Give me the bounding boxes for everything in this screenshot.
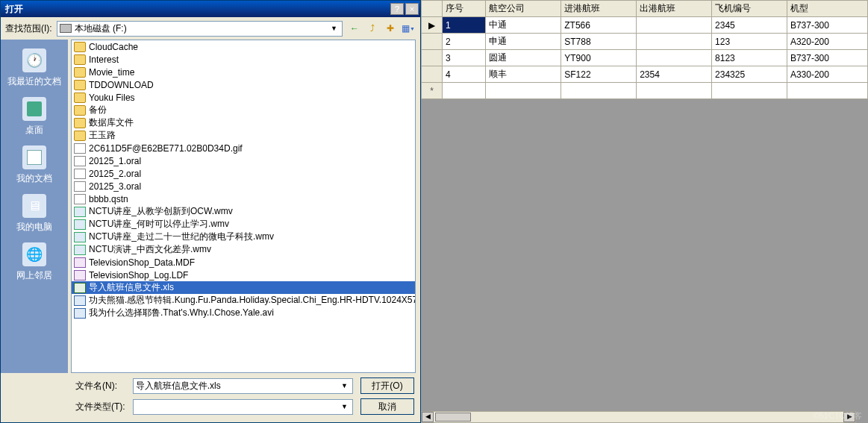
row-header[interactable]: *	[422, 83, 443, 99]
file-name: bbbb.qstn	[89, 194, 128, 204]
horizontal-scrollbar[interactable]: ◀ ▶	[421, 411, 856, 423]
file-item[interactable]: NCTU讲座_何时可以停止学习.wmv	[72, 218, 415, 231]
help-button[interactable]: ?	[390, 3, 404, 15]
cell[interactable]: 圆通	[486, 50, 561, 66]
chevron-down-icon[interactable]: ▼	[339, 403, 350, 410]
toolbar: 查找范围(I): 本地磁盘 (F:) ▼ ← ⤴ ✚ ▦▼	[1, 17, 420, 40]
corner-cell	[422, 1, 443, 17]
table-row[interactable]: 3圆通YT9008123B737-300	[422, 50, 868, 66]
file-item[interactable]: 2C611D5F@E62BE771.02B0D34D.gif	[72, 142, 415, 154]
file-item[interactable]: 20125_3.oral	[72, 180, 415, 192]
file-item[interactable]: TDDOWNLOAD	[72, 78, 415, 91]
cell[interactable]: A330-200	[787, 66, 867, 83]
scroll-thumb[interactable]	[435, 413, 471, 422]
cancel-button[interactable]: 取消	[360, 398, 414, 415]
file-name: 20125_1.oral	[89, 156, 141, 166]
scroll-left-icon[interactable]: ◀	[422, 412, 434, 422]
file-item[interactable]: TelevisionShop_Data.MDF	[72, 256, 415, 269]
cell[interactable]	[637, 17, 712, 34]
cell[interactable]: B737-300	[787, 17, 867, 34]
cell[interactable]: 4	[443, 66, 486, 83]
file-item[interactable]: 功夫熊猫.感恩节特辑.Kung.Fu.Panda.Holiday.Special…	[72, 294, 415, 307]
file-item[interactable]: bbbb.qstn	[72, 192, 415, 205]
cell[interactable]: 234325	[712, 66, 787, 83]
cell[interactable]: B737-300	[787, 50, 867, 66]
cell[interactable]: 中通	[486, 17, 561, 34]
close-button[interactable]: ×	[405, 3, 419, 15]
file-item[interactable]: 20125_1.oral	[72, 154, 415, 167]
grid-panel: 序号航空公司进港航班出港航班飞机编号机型▶1中通ZT5662345B737-30…	[421, 0, 868, 423]
folder-icon	[74, 80, 86, 90]
cell[interactable]: YT900	[561, 50, 637, 66]
cell[interactable]: ST788	[561, 34, 637, 50]
file-item[interactable]: NCTU演讲_中西文化差异.wmv	[72, 243, 415, 256]
places-item[interactable]: 我最近的文档	[4, 46, 64, 91]
open-dialog: 打开 ? × 查找范围(I): 本地磁盘 (F:) ▼ ← ⤴ ✚ ▦▼ 我最近…	[0, 0, 421, 423]
row-header[interactable]	[422, 50, 443, 66]
row-header[interactable]	[422, 34, 443, 50]
data-grid[interactable]: 序号航空公司进港航班出港航班飞机编号机型▶1中通ZT5662345B737-30…	[421, 0, 868, 99]
file-item[interactable]: 导入航班信息文件.xls	[72, 281, 415, 294]
file-list[interactable]: CloudCache Interest Movie_time TDDOWNLOA…	[71, 40, 416, 373]
row-header[interactable]: ▶	[422, 17, 443, 34]
open-button[interactable]: 打开(O)	[360, 377, 414, 394]
file-item[interactable]: Interest	[72, 53, 415, 66]
cell[interactable]: 申通	[486, 34, 561, 50]
places-item[interactable]: 我的文档	[4, 142, 64, 188]
cell[interactable]: A320-200	[787, 34, 867, 50]
cell[interactable]: 1	[443, 17, 486, 34]
table-row[interactable]: 4顺丰SF1222354234325A330-200	[422, 66, 868, 83]
cell[interactable]: 123	[712, 34, 787, 50]
file-item[interactable]: NCTU讲座_走过二十一世纪的微电子科技.wmv	[72, 231, 415, 243]
titlebar[interactable]: 打开 ? ×	[1, 1, 420, 17]
file-item[interactable]: 20125_2.oral	[72, 167, 415, 180]
file-name: Youku Files	[89, 93, 135, 103]
filetype-input[interactable]: ▼	[133, 399, 353, 415]
file-item[interactable]: 王玉路	[72, 129, 415, 142]
file-item[interactable]: 我为什么选择耶鲁.That's.Why.I.Chose.Yale.avi	[72, 307, 415, 319]
back-icon[interactable]: ←	[347, 21, 362, 36]
table-row[interactable]: 2申通ST788123A320-200	[422, 34, 868, 50]
file-item[interactable]: 备份	[72, 104, 415, 116]
cell[interactable]: 2	[443, 34, 486, 50]
cell[interactable]: 2354	[637, 66, 712, 83]
cell[interactable]	[637, 34, 712, 50]
file-item[interactable]: TelevisionShop_Log.LDF	[72, 269, 415, 281]
file-item[interactable]: CloudCache	[72, 40, 415, 53]
avi-icon	[74, 308, 86, 319]
chevron-down-icon[interactable]: ▼	[328, 25, 340, 32]
column-header[interactable]: 进港航班	[561, 1, 637, 17]
file-icon	[74, 156, 86, 166]
column-header[interactable]: 航空公司	[486, 1, 561, 17]
lookin-combo[interactable]: 本地磁盘 (F:) ▼	[57, 21, 343, 37]
file-name: TelevisionShop_Data.MDF	[89, 257, 195, 268]
column-header[interactable]: 出港航班	[637, 1, 712, 17]
file-item[interactable]: 数据库文件	[72, 116, 415, 129]
cell[interactable]	[637, 50, 712, 66]
cell[interactable]: 8123	[712, 50, 787, 66]
filename-input[interactable]: 导入航班信息文件.xls ▼	[133, 378, 353, 394]
column-header[interactable]: 序号	[443, 1, 486, 17]
folder-icon	[74, 105, 86, 116]
new-folder-icon[interactable]: ✚	[383, 21, 398, 36]
places-item[interactable]: 桌面	[4, 94, 64, 140]
places-item[interactable]: 我的电脑	[4, 191, 64, 236]
column-header[interactable]: 飞机编号	[712, 1, 787, 17]
cell[interactable]: SF122	[561, 66, 637, 83]
row-header[interactable]	[422, 66, 443, 83]
cell[interactable]: 顺丰	[486, 66, 561, 83]
cell[interactable]: ZT566	[561, 17, 637, 34]
file-item[interactable]: NCTU讲座_从教学创新到OCW.wmv	[72, 205, 415, 218]
cell[interactable]: 2345	[712, 17, 787, 34]
places-item[interactable]: 网上邻居	[4, 239, 64, 285]
docs-icon	[22, 145, 46, 169]
up-icon[interactable]: ⤴	[365, 21, 380, 36]
table-row[interactable]: ▶1中通ZT5662345B737-300	[422, 17, 868, 34]
file-item[interactable]: Youku Files	[72, 91, 415, 104]
cell[interactable]: 3	[443, 50, 486, 66]
views-icon[interactable]: ▦▼	[401, 21, 416, 36]
column-header[interactable]: 机型	[787, 1, 867, 17]
new-row[interactable]: *	[422, 83, 868, 99]
chevron-down-icon[interactable]: ▼	[339, 382, 350, 389]
file-item[interactable]: Movie_time	[72, 66, 415, 78]
